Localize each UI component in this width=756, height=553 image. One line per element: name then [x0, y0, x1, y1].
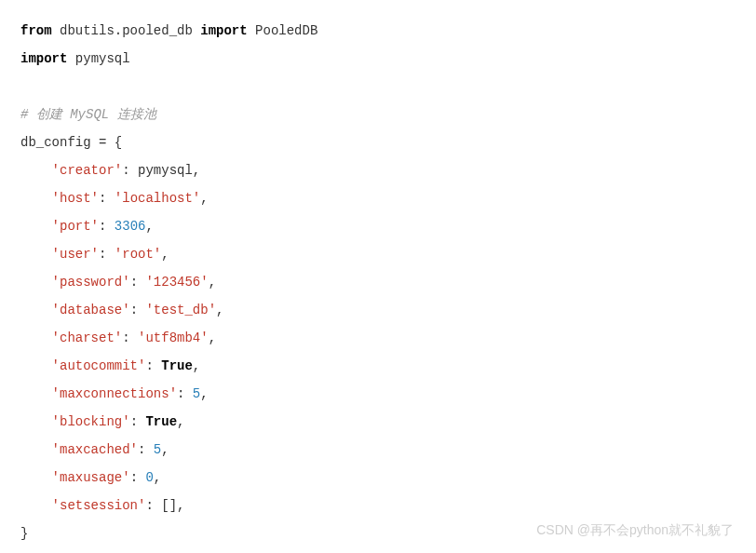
- indent: [20, 219, 52, 234]
- indent: [20, 414, 52, 429]
- dict-key: 'creator': [52, 163, 123, 178]
- dict-key: 'database': [52, 303, 130, 317]
- colon: :: [138, 442, 154, 457]
- colon: :: [99, 191, 115, 206]
- dict-value: True: [145, 414, 177, 429]
- dict-value: 0: [145, 470, 153, 485]
- comma: ,: [161, 442, 169, 457]
- dict-value: 'utf8mb4': [138, 330, 209, 345]
- indent: [20, 358, 52, 373]
- dict-key: 'host': [52, 191, 99, 206]
- keyword-import: import: [200, 23, 247, 38]
- dict-value: 'root': [115, 247, 161, 262]
- indent: [20, 191, 52, 206]
- indent: [20, 470, 52, 485]
- code-block: from dbutils.pooled_db import PooledDB i…: [20, 17, 736, 553]
- dict-value: : pymysql,: [122, 163, 200, 178]
- class-name: PooledDB: [248, 23, 318, 38]
- dict-open: db_config = {: [20, 135, 122, 150]
- indent: [20, 247, 52, 262]
- colon: :: [130, 414, 146, 429]
- dict-value: 'localhost': [115, 191, 200, 206]
- dict-key: 'maxusage': [52, 470, 130, 485]
- dict-key: 'port': [52, 219, 99, 234]
- colon: :: [130, 470, 146, 485]
- comma: ,: [200, 386, 208, 401]
- comment-line: # 创建 MySQL 连接池: [20, 107, 156, 122]
- comma: ,: [193, 358, 200, 373]
- indent: [20, 303, 52, 317]
- comma: ,: [200, 191, 208, 206]
- comma: ,: [145, 219, 153, 234]
- dict-value: True: [161, 358, 193, 373]
- comma: ,: [209, 330, 216, 345]
- dict-value: 'test_db': [145, 303, 216, 317]
- dict-key: 'charset': [52, 330, 123, 345]
- colon: :: [130, 275, 146, 290]
- colon: :: [99, 219, 115, 234]
- colon: :: [130, 303, 146, 317]
- colon: :: [145, 358, 161, 373]
- module-name: pymysql: [67, 51, 129, 66]
- module-path: dbutils.pooled_db: [52, 23, 201, 38]
- indent: [20, 275, 52, 290]
- indent: [20, 330, 52, 345]
- keyword-from: from: [20, 23, 52, 38]
- dict-value: 3306: [115, 219, 146, 234]
- dict-value: '123456': [145, 275, 208, 290]
- comma: ,: [177, 414, 184, 429]
- comma: ,: [161, 247, 169, 262]
- indent: [20, 442, 52, 457]
- colon: :: [122, 330, 138, 345]
- dict-value: 5: [154, 442, 161, 457]
- dict-value: : [],: [145, 498, 184, 513]
- indent: [20, 386, 52, 401]
- colon: :: [99, 247, 115, 262]
- dict-close: }: [20, 526, 28, 541]
- dict-key: 'autocommit': [52, 358, 146, 373]
- dict-key: 'maxcached': [52, 442, 138, 457]
- comma: ,: [209, 275, 216, 290]
- indent: [20, 163, 52, 178]
- dict-key: 'blocking': [52, 414, 130, 429]
- colon: :: [177, 386, 193, 401]
- dict-key: 'setsession': [52, 498, 146, 513]
- dict-key: 'user': [52, 247, 99, 262]
- dict-key: 'password': [52, 275, 130, 290]
- comma: ,: [216, 303, 223, 317]
- indent: [20, 498, 52, 513]
- watermark-text: CSDN @再不会python就不礼貌了: [536, 516, 734, 544]
- dict-key: 'maxconnections': [52, 386, 177, 401]
- keyword-import: import: [20, 51, 67, 66]
- dict-value: 5: [193, 386, 200, 401]
- comma: ,: [154, 470, 161, 485]
